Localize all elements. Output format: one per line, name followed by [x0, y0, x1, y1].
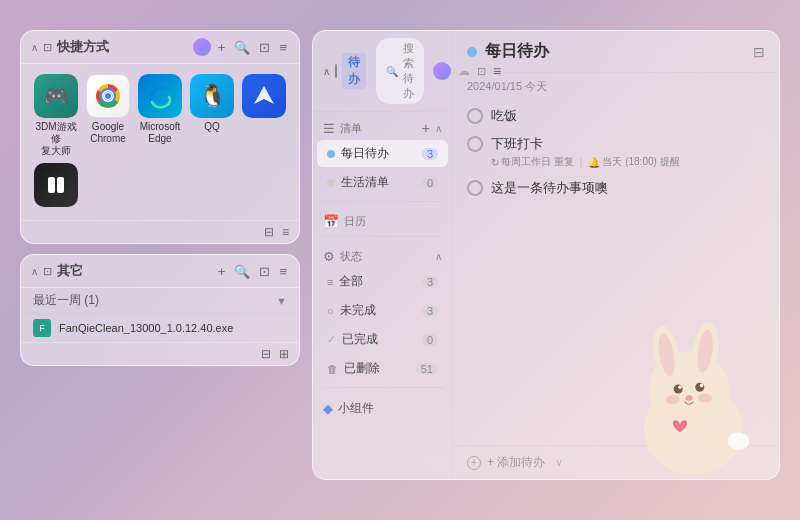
recent-panel: ∧ ⊡ 其它 + 🔍 ⊡ ≡ 最近一周 (1) ▼ F FanQieClean_… [20, 254, 300, 366]
todo-avatar [433, 62, 451, 80]
app-chrome[interactable]: GoogleChrome [85, 74, 131, 157]
status-incomplete[interactable]: ○ 未完成 3 [317, 297, 448, 324]
app-qq[interactable]: 🐧 QQ [189, 74, 235, 157]
todo-item-2[interactable]: 下班打卡 ↻ 每周工作日 重复 | 🔔 当天 (18:00) 提醒 [467, 130, 765, 174]
recent-chevron-icon[interactable]: ∧ [31, 266, 38, 277]
recent-grid-icon[interactable]: ⊞ [279, 347, 289, 361]
app-qq-icon: 🐧 [190, 74, 234, 118]
life-count: 0 [422, 177, 438, 189]
main-todo-dot [467, 47, 477, 57]
menu-recent-btn[interactable]: ≡ [277, 264, 289, 279]
shortcuts-title: 快捷方式 [57, 38, 188, 56]
add-shortcut-btn[interactable]: + [216, 40, 228, 55]
expand-list-btn[interactable]: ∧ [435, 123, 442, 134]
date-label: 2024/01/15 今天 [467, 80, 547, 92]
add-list-btn[interactable]: + [422, 120, 430, 136]
todo-date: 2024/01/15 今天 [453, 73, 779, 98]
status-complete-count: 0 [422, 334, 438, 346]
app-qq-label: QQ [204, 121, 220, 133]
todo-item-3[interactable]: 这是一条待办事项噢 [467, 174, 765, 202]
todo-panel: ∧ 待办 🔍 搜索待办 ☁ ⊡ ≡ ☰ 清单 [312, 30, 780, 480]
edge-logo-svg [146, 82, 174, 110]
grid-view-icon[interactable]: ⊟ [264, 225, 274, 239]
app-3dm-label: 3DM游戏修复大师 [33, 121, 79, 157]
recent-week-header: 最近一周 (1) ▼ [21, 288, 299, 314]
status-deleted[interactable]: 🗑 已删除 51 [317, 355, 448, 382]
status-deleted-icon: 🗑 [327, 363, 338, 375]
app-3dm[interactable]: 🎮 3DM游戏修复大师 [33, 74, 79, 157]
status-label: 状态 [340, 249, 362, 264]
add-todo-label: + 添加待办 [487, 454, 545, 471]
status-all-count: 3 [422, 276, 438, 288]
pin-recent-btn[interactable]: ⊡ [257, 264, 272, 279]
todo-item-2-content: 下班打卡 ↻ 每周工作日 重复 | 🔔 当天 (18:00) 提醒 [491, 135, 765, 169]
right-section: ∧ 待办 🔍 搜索待办 ☁ ⊡ ≡ ☰ 清单 [312, 30, 780, 480]
add-todo-btn[interactable]: + + 添加待办 ∨ [453, 445, 779, 479]
todo-item-1[interactable]: 吃饭 [467, 102, 765, 130]
svg-point-4 [105, 93, 111, 99]
expand-status-btn[interactable]: ∧ [435, 251, 442, 262]
recent-file-item[interactable]: F FanQieClean_13000_1.0.12.40.exe [21, 314, 299, 342]
status-deleted-label: 已删除 [344, 360, 380, 377]
recent-week-label: 最近一周 (1) [33, 292, 99, 309]
checkbox-3[interactable] [467, 180, 483, 196]
todo-main: 每日待办 ⊟ 2024/01/15 今天 吃饭 [453, 31, 779, 479]
todo-list-life[interactable]: 生活清单 0 [317, 169, 448, 196]
todo-search-btn[interactable]: 🔍 搜索待办 [376, 38, 424, 104]
calendar-section-label: 📅 日历 [313, 206, 452, 232]
add-circle-icon: + [467, 456, 481, 470]
checkbox-1[interactable] [467, 108, 483, 124]
checkbox-2[interactable] [467, 136, 483, 152]
pin-icon: ⊡ [43, 41, 52, 54]
widget-label: 小组件 [338, 400, 374, 417]
recent-title: 其它 [57, 262, 211, 280]
recent-expand-icon[interactable]: ▼ [276, 295, 287, 307]
status-deleted-count: 51 [416, 363, 438, 375]
todo-item-1-content: 吃饭 [491, 107, 765, 125]
app-capcut-icon [34, 163, 78, 207]
list-section-label: ☰ 清单 + ∧ [313, 112, 452, 139]
todo-item-3-content: 这是一条待办事项噢 [491, 179, 765, 197]
status-complete-icon: ✓ [327, 333, 336, 346]
pin-shortcut-btn[interactable]: ⊡ [257, 40, 272, 55]
app-edge[interactable]: MicrosoftEdge [137, 74, 183, 157]
chevron-icon[interactable]: ∧ [31, 42, 38, 53]
life-dot [327, 179, 335, 187]
todo-tag: 待办 [342, 53, 366, 89]
wing-logo-svg [250, 82, 278, 110]
shortcuts-header: ∧ ⊡ 快捷方式 + 🔍 ⊡ ≡ [21, 31, 299, 64]
recent-footer: ⊟ ⊞ [21, 342, 299, 365]
todo-item-2-meta: ↻ 每周工作日 重复 | 🔔 当天 (18:00) 提醒 [491, 155, 765, 169]
recent-pin-icon: ⊡ [43, 265, 52, 278]
status-complete[interactable]: ✓ 已完成 0 [317, 326, 448, 353]
app-capcut[interactable] [33, 163, 79, 210]
status-icon: ⚙ [323, 249, 335, 264]
avatar [193, 38, 211, 56]
widget-section[interactable]: ◆ 小组件 [313, 392, 452, 425]
calendar-icon: 📅 [323, 214, 339, 229]
search-shortcut-btn[interactable]: 🔍 [232, 40, 252, 55]
main-todo-title: 每日待办 [485, 41, 753, 62]
filter-icon[interactable]: ⊟ [753, 44, 765, 60]
status-all-icon: ≡ [327, 276, 333, 288]
daily-count: 3 [422, 148, 438, 160]
todo-sidebar: ∧ 待办 🔍 搜索待办 ☁ ⊡ ≡ ☰ 清单 [313, 31, 453, 479]
status-section-label: ⚙ 状态 ∧ [313, 241, 452, 267]
recent-list-icon[interactable]: ⊟ [261, 347, 271, 361]
status-incomplete-icon: ○ [327, 305, 334, 317]
app-wing[interactable] [241, 74, 287, 157]
search-recent-btn[interactable]: 🔍 [232, 264, 252, 279]
todo-top-header: ∧ 待办 🔍 搜索待办 ☁ ⊡ ≡ [313, 31, 452, 112]
add-recent-btn[interactable]: + [216, 264, 228, 279]
add-todo-expand-icon[interactable]: ∨ [555, 456, 563, 469]
shortcuts-panel: ∧ ⊡ 快捷方式 + 🔍 ⊡ ≡ 🎮 3DM游戏修复大师 [20, 30, 300, 244]
todo-pin-icon [335, 64, 337, 78]
list-view-icon[interactable]: ≡ [282, 225, 289, 239]
menu-shortcut-btn[interactable]: ≡ [277, 40, 289, 55]
todo-item-3-text: 这是一条待办事项噢 [491, 179, 765, 197]
app-edge-icon [138, 74, 182, 118]
status-all[interactable]: ≡ 全部 3 [317, 268, 448, 295]
svg-rect-6 [57, 177, 64, 193]
todo-chevron-icon[interactable]: ∧ [323, 66, 330, 77]
todo-list-daily[interactable]: 每日待办 3 [317, 140, 448, 167]
